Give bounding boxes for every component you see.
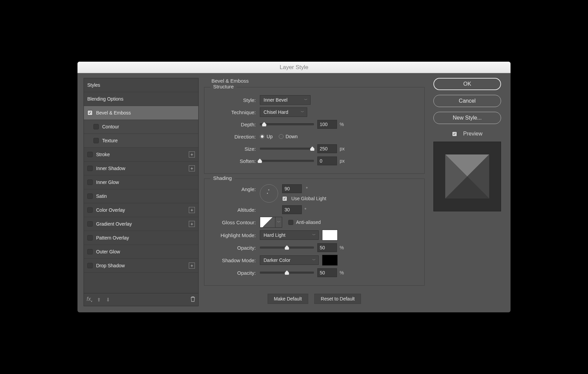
highlight-opacity-slider[interactable] bbox=[260, 247, 314, 249]
preview-thumbnail bbox=[445, 154, 489, 199]
sidebar-item-contour[interactable]: Contour bbox=[84, 120, 198, 134]
sidebar-item-pattern-overlay[interactable]: Pattern Overlay bbox=[84, 231, 198, 245]
checkbox-color-overlay[interactable] bbox=[87, 207, 93, 213]
checkbox-contour[interactable] bbox=[93, 124, 99, 129]
style-value: Inner Bevel bbox=[264, 97, 288, 103]
highlight-mode-select[interactable]: Hard Light﹀ bbox=[260, 230, 319, 240]
move-up-icon[interactable]: ⬆ bbox=[97, 297, 101, 303]
soften-label: Soften: bbox=[210, 158, 256, 164]
make-default-button[interactable]: Make Default bbox=[268, 294, 308, 304]
gloss-contour-swatch[interactable] bbox=[260, 217, 275, 228]
styles-header[interactable]: Styles bbox=[84, 78, 198, 92]
size-unit: px bbox=[340, 146, 345, 151]
add-inner-shadow-icon[interactable]: + bbox=[189, 165, 195, 171]
highlight-opacity-label: Opacity: bbox=[210, 245, 256, 251]
altitude-unit: ° bbox=[304, 207, 307, 212]
sidebar-item-texture[interactable]: Texture bbox=[84, 134, 198, 148]
ok-button[interactable]: OK bbox=[433, 78, 501, 90]
ok-label: OK bbox=[463, 81, 471, 87]
angle-input[interactable]: 90 bbox=[282, 184, 302, 193]
checkbox-texture[interactable] bbox=[93, 138, 99, 143]
sidebar-item-label: Outer Glow bbox=[96, 249, 120, 254]
sidebar-item-drop-shadow[interactable]: Drop Shadow + bbox=[84, 259, 198, 273]
preview-checkbox[interactable]: ✓ bbox=[452, 131, 457, 137]
add-gradient-overlay-icon[interactable]: + bbox=[189, 221, 195, 227]
size-slider[interactable] bbox=[260, 148, 314, 150]
sidebar-item-outer-glow[interactable]: Outer Glow bbox=[84, 245, 198, 259]
depth-slider[interactable] bbox=[260, 123, 314, 125]
sidebar-item-label: Drop Shadow bbox=[96, 263, 125, 268]
sidebar-item-label: Inner Glow bbox=[96, 180, 119, 185]
shadow-opacity-value: 50 bbox=[320, 270, 325, 275]
soften-unit: px bbox=[340, 158, 345, 164]
chevron-down-icon: ﹀ bbox=[312, 258, 316, 263]
altitude-value: 30 bbox=[285, 207, 290, 212]
shadow-opacity-slider[interactable] bbox=[260, 272, 314, 274]
shadow-opacity-input[interactable]: 50 bbox=[317, 268, 337, 277]
styles-header-label: Styles bbox=[87, 82, 100, 88]
sidebar-item-satin[interactable]: Satin bbox=[84, 189, 198, 203]
add-stroke-icon[interactable]: + bbox=[189, 151, 195, 158]
blending-options[interactable]: Blending Options bbox=[84, 92, 198, 106]
antialiased-checkbox[interactable] bbox=[288, 220, 293, 225]
sidebar-item-inner-shadow[interactable]: Inner Shadow + bbox=[84, 162, 198, 175]
checkbox-drop-shadow[interactable] bbox=[87, 263, 93, 268]
add-color-overlay-icon[interactable]: + bbox=[189, 207, 195, 213]
altitude-input[interactable]: 30 bbox=[282, 205, 302, 214]
size-input[interactable]: 250 bbox=[317, 144, 337, 153]
soften-value: 0 bbox=[320, 158, 322, 164]
move-down-icon[interactable]: ⬇ bbox=[106, 297, 110, 303]
highlight-opacity-input[interactable]: 50 bbox=[317, 243, 337, 252]
sidebar-item-stroke[interactable]: Stroke + bbox=[84, 148, 198, 162]
reset-default-button[interactable]: Reset to Default bbox=[314, 294, 361, 304]
soften-slider[interactable] bbox=[260, 160, 314, 162]
preview-box bbox=[433, 142, 501, 211]
checkbox-pattern-overlay[interactable] bbox=[87, 235, 93, 241]
sidebar-item-gradient-overlay[interactable]: Gradient Overlay + bbox=[84, 217, 198, 231]
shadow-opacity-label: Opacity: bbox=[210, 270, 256, 276]
cancel-button[interactable]: Cancel bbox=[433, 95, 501, 107]
main-panel: Bevel & Emboss Structure Style: Inner Be… bbox=[204, 78, 425, 306]
checkbox-stroke[interactable] bbox=[87, 152, 93, 157]
checkbox-satin[interactable] bbox=[87, 193, 93, 199]
new-style-button[interactable]: New Style... bbox=[433, 112, 501, 124]
shadow-mode-select[interactable]: Darker Color﹀ bbox=[260, 255, 319, 265]
panel-title: Bevel & Emboss bbox=[204, 78, 425, 84]
direction-down-radio[interactable] bbox=[279, 134, 284, 139]
depth-label: Depth: bbox=[210, 122, 256, 127]
style-select[interactable]: Inner Bevel﹀ bbox=[260, 95, 311, 105]
checkbox-outer-glow[interactable] bbox=[87, 249, 93, 254]
direction-up-radio[interactable] bbox=[260, 134, 265, 139]
sidebar-item-bevel-emboss[interactable]: ✓ Bevel & Emboss bbox=[84, 106, 198, 120]
size-value: 250 bbox=[320, 146, 327, 151]
checkbox-bevel-emboss[interactable]: ✓ bbox=[87, 110, 93, 116]
gloss-contour-dropdown[interactable]: ﹀ bbox=[275, 217, 282, 228]
preview-label: Preview bbox=[463, 131, 482, 137]
angle-unit: ° bbox=[306, 186, 308, 191]
checkbox-gradient-overlay[interactable] bbox=[87, 221, 93, 227]
shadow-color-swatch[interactable] bbox=[322, 255, 338, 266]
styles-sidebar: Styles Blending Options ✓ Bevel & Emboss… bbox=[84, 78, 199, 306]
use-global-light-label: Use Global Light bbox=[291, 196, 326, 201]
style-label: Style: bbox=[210, 97, 256, 103]
angle-dial[interactable] bbox=[260, 184, 278, 203]
checkbox-inner-glow[interactable] bbox=[87, 180, 93, 185]
highlight-color-swatch[interactable] bbox=[322, 230, 338, 241]
use-global-light-checkbox[interactable]: ✓ bbox=[282, 196, 287, 201]
highlight-mode-label: Highlight Mode: bbox=[210, 232, 256, 238]
add-drop-shadow-icon[interactable]: + bbox=[189, 263, 195, 269]
shadow-mode-value: Darker Color bbox=[264, 257, 290, 263]
trash-icon[interactable] bbox=[190, 296, 196, 303]
technique-select[interactable]: Chisel Hard﹀ bbox=[260, 107, 307, 117]
fx-menu-icon[interactable]: fx▾ bbox=[87, 296, 92, 303]
sidebar-item-color-overlay[interactable]: Color Overlay + bbox=[84, 203, 198, 217]
direction-down-label: Down bbox=[286, 134, 298, 139]
highlight-opacity-unit: % bbox=[340, 245, 344, 250]
soften-input[interactable]: 0 bbox=[317, 157, 337, 165]
reset-default-label: Reset to Default bbox=[321, 296, 355, 302]
sidebar-footer: fx▾ ⬆ ⬇ bbox=[84, 293, 199, 306]
highlight-opacity-value: 50 bbox=[320, 245, 325, 250]
depth-input[interactable]: 100 bbox=[317, 120, 337, 129]
checkbox-inner-shadow[interactable] bbox=[87, 166, 93, 171]
sidebar-item-inner-glow[interactable]: Inner Glow bbox=[84, 175, 198, 189]
